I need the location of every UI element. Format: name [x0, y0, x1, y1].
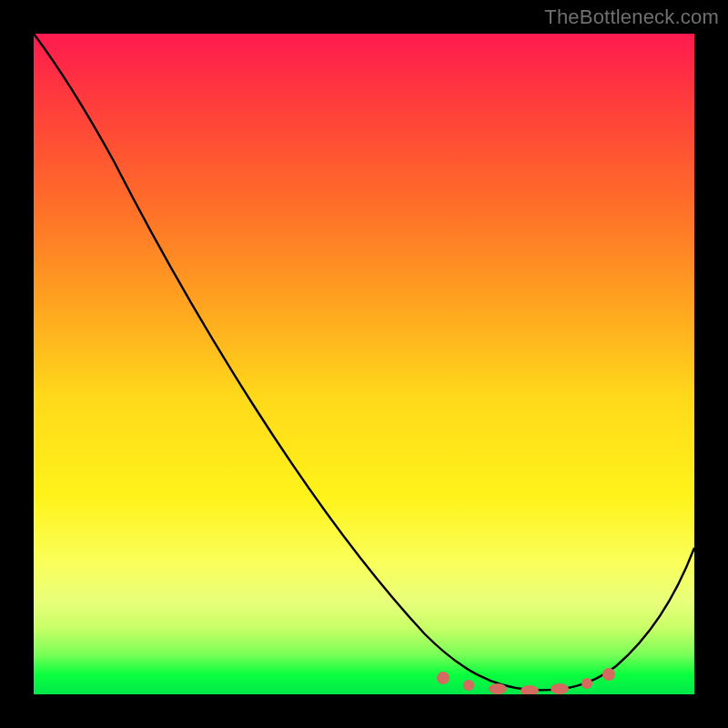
bottleneck-curve: [34, 34, 694, 690]
svg-point-0: [437, 672, 450, 684]
svg-point-5: [581, 678, 592, 689]
svg-point-2: [489, 683, 507, 694]
chart-canvas: TheBottleneck.com: [0, 0, 728, 728]
watermark-text: TheBottleneck.com: [544, 5, 719, 29]
svg-point-6: [602, 668, 615, 681]
svg-point-3: [521, 685, 539, 694]
dotted-min-band: [437, 668, 615, 694]
chart-overlay: [34, 34, 694, 694]
svg-point-4: [551, 683, 569, 694]
svg-point-1: [463, 680, 474, 691]
